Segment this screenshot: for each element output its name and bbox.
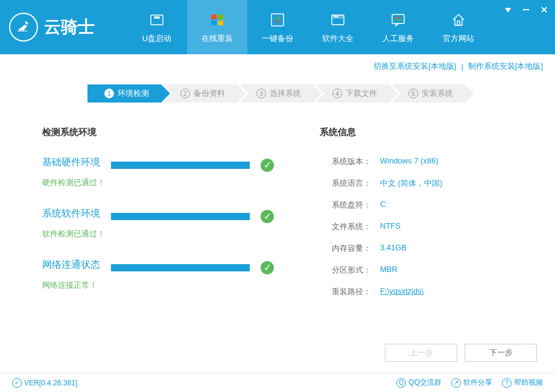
info-filesystem: 文件系统：NTFS [320,221,525,232]
environment-panel: 检测系统环境 基础硬件环境 ✓ 硬件检测已通过！ 系统软件环境 ✓ 软件检测已通… [42,127,296,310]
home-icon [449,10,468,30]
help-icon: ? [502,378,512,388]
info-language: 系统语言：中文 (简体，中国) [320,178,525,189]
svg-rect-7 [218,21,223,25]
nav-tab-usb[interactable]: U盘启动 [127,0,187,54]
info-memory: 内存容量：3.41GB [320,243,525,254]
logo-area: 云骑士 [0,13,127,42]
version-icon: ✓ [12,378,22,388]
switch-local-link[interactable]: 切换至系统安装[本地版] [373,61,456,72]
check-success-icon: ✓ [261,261,274,274]
prev-button: 上一步 [385,344,457,362]
window-controls [503,5,549,14]
svg-rect-8 [271,14,284,26]
chat-icon [388,10,408,30]
svg-rect-1 [17,31,27,31]
progress-bar [111,162,250,169]
check-status: 硬件检测已通过！ [42,177,296,188]
info-partition: 分区形式：MBR [320,265,525,276]
info-os-version: 系统版本：Windows 7 (x86) [320,156,525,167]
menu-icon[interactable] [503,5,513,14]
svg-rect-4 [211,14,217,19]
content: 检测系统环境 基础硬件环境 ✓ 硬件检测已通过！ 系统软件环境 ✓ 软件检测已通… [0,103,555,310]
share-link[interactable]: ↗软件分享 [451,378,492,388]
next-button[interactable]: 下一步 [465,344,537,362]
step-1: 1环境检测 [87,84,161,103]
progress-bar [111,264,250,271]
check-hardware: 基础硬件环境 ✓ 硬件检测已通过！ [42,156,296,188]
nav-tab-reinstall[interactable]: 在线重装 [187,0,247,54]
footer: ✓ VER[0.4.26.381] QQQ交流群 ↗软件分享 ?帮助视频 [0,373,555,392]
svg-rect-3 [154,17,159,18]
env-title: 检测系统环境 [42,127,296,138]
sysinfo-title: 系统信息 [320,127,525,138]
check-label: 系统软件环境 [42,207,100,220]
nav-buttons: 上一步 下一步 [385,344,537,362]
check-network: 网络连通状态 ✓ 网络连接正常！ [42,259,296,291]
check-status: 软件检测已通过！ [42,229,296,239]
minimize-icon[interactable] [521,5,531,14]
svg-point-12 [337,16,338,17]
sysinfo-panel: 系统信息 系统版本：Windows 7 (x86) 系统语言：中文 (简体，中国… [296,127,525,310]
refresh-icon [268,10,287,30]
close-icon[interactable] [539,5,549,14]
svg-point-11 [334,16,335,17]
step-2: 2备份资料 [163,84,237,103]
apps-icon [328,10,347,30]
link-separator: | [461,62,463,71]
check-label: 网络连通状态 [42,259,100,271]
svg-rect-13 [392,14,404,24]
top-links: 切换至系统安装[本地版] | 制作系统安装[本地版] [0,54,555,78]
step-5: 5安装系统 [392,84,465,103]
nav-tab-backup[interactable]: 一键备份 [247,0,308,54]
version-label: ✓ VER[0.4.26.381] [12,378,77,388]
info-drive: 系统盘符：C: [320,200,525,210]
qq-icon: Q [396,378,406,388]
usb-icon [147,10,166,30]
qq-link[interactable]: QQQ交流群 [396,378,442,388]
footer-links: QQQ交流群 ↗软件分享 ?帮助视频 [396,378,543,388]
info-path: 重装路径：F:\yqsxtzjds\ [320,286,525,297]
header: 云骑士 U盘启动 在线重装 一键备份 软件大全 [0,0,555,54]
app-name: 云骑士 [44,16,95,39]
step-indicator: 1环境检测 2备份资料 3选择系统 4下载文件 5安装系统 [0,84,555,103]
nav-tab-software[interactable]: 软件大全 [308,0,368,54]
progress-bar [111,213,250,220]
help-link[interactable]: ?帮助视频 [502,378,543,388]
logo-icon [9,13,38,42]
nav-tab-service[interactable]: 人工服务 [368,0,428,54]
share-icon: ↗ [451,378,461,388]
check-success-icon: ✓ [261,210,274,223]
make-local-link[interactable]: 制作系统安装[本地版] [468,61,543,72]
nav-tab-website[interactable]: 官方网站 [428,0,489,54]
step-3: 3选择系统 [239,84,313,103]
windows-icon [208,10,227,30]
svg-rect-5 [218,14,223,19]
step-4: 4下载文件 [316,84,389,103]
nav-tabs: U盘启动 在线重装 一键备份 软件大全 人工服务 [127,0,489,54]
svg-rect-16 [457,21,460,25]
check-status: 网络连接正常！ [42,280,296,291]
svg-rect-6 [211,21,217,25]
check-software: 系统软件环境 ✓ 软件检测已通过！ [42,207,296,239]
check-label: 基础硬件环境 [42,156,100,169]
check-success-icon: ✓ [261,159,274,172]
